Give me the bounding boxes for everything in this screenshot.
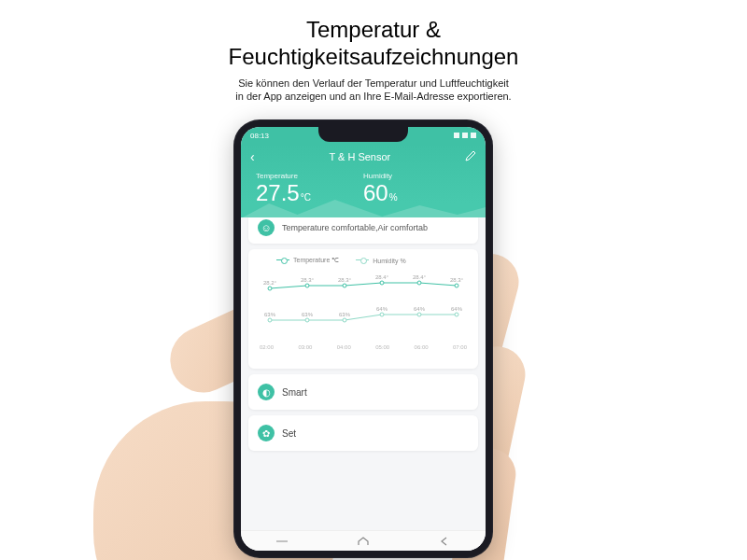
mountain-decoration (241, 198, 486, 218)
svg-text:64%: 64% (451, 306, 463, 312)
edit-button[interactable] (465, 150, 476, 164)
smart-icon: ◐ (258, 384, 275, 400)
set-row[interactable]: ✿ Set (248, 415, 478, 451)
svg-point-2 (305, 284, 309, 287)
chart-svg: 28.2°28.3°28.3°28.4°28.4°28.3°63%63%63%6… (258, 270, 469, 339)
svg-point-14 (305, 318, 309, 322)
chart-area: 28.2°28.3°28.3°28.4°28.4°28.3°63%63%63%6… (258, 270, 469, 363)
smart-row[interactable]: ◐ Smart (248, 374, 478, 410)
phone-frame: 08:13 ‹ T & H Sensor Temperature 27.5°C (233, 119, 493, 558)
gear-icon: ✿ (258, 425, 275, 441)
svg-text:28.4°: 28.4° (413, 274, 427, 280)
svg-point-12 (268, 318, 272, 322)
pencil-icon (465, 150, 476, 161)
svg-text:28.4°: 28.4° (375, 274, 389, 280)
svg-text:63%: 63% (264, 312, 276, 317)
marketing-subtitle: Sie können den Verlauf der Temperatur un… (0, 77, 747, 104)
temperature-label: Temperature (256, 172, 363, 180)
svg-point-4 (343, 284, 346, 287)
svg-point-6 (380, 281, 384, 285)
legend-temperature: Temperature ℃ (276, 257, 339, 264)
app-header-title: T & H Sensor (329, 151, 390, 162)
title-line-2: Feuchtigkeitsaufzeichnungen (229, 44, 519, 69)
back-button[interactable]: ‹ (250, 149, 255, 164)
wifi-icon (462, 133, 468, 138)
legend-humidity-label: Humidity % (373, 258, 405, 264)
svg-point-18 (380, 313, 384, 316)
svg-point-22 (455, 313, 458, 316)
title-line-1: Temperatur & (306, 17, 441, 42)
phone-screen: 08:13 ‹ T & H Sensor Temperature 27.5°C (241, 127, 486, 551)
signal-icon (454, 133, 459, 138)
comfort-status-text: Temperature comfortable,Air comfortab (282, 223, 428, 232)
status-time: 08:13 (250, 132, 269, 140)
nav-home-icon[interactable] (357, 537, 370, 546)
svg-point-16 (343, 318, 346, 322)
android-nav-bar (241, 530, 486, 551)
svg-text:28.3°: 28.3° (338, 277, 352, 283)
svg-text:28.3°: 28.3° (301, 277, 315, 283)
legend-humidity: Humidity % (356, 257, 405, 264)
nav-back-icon[interactable] (438, 537, 451, 546)
chart-legend: Temperature ℃ Humidity % (258, 257, 469, 264)
svg-text:63%: 63% (302, 312, 314, 317)
svg-point-0 (268, 287, 272, 290)
svg-text:64%: 64% (414, 306, 426, 312)
svg-text:64%: 64% (376, 306, 388, 312)
nav-recent-icon[interactable] (275, 537, 289, 546)
svg-text:28.3°: 28.3° (450, 277, 464, 283)
smiley-icon: ☺ (258, 219, 275, 236)
legend-temperature-label: Temperature ℃ (293, 257, 339, 264)
app-header: ‹ T & H Sensor Temperature 27.5°C Humidi… (241, 144, 486, 217)
chart-x-axis: 02:0003:0004:0005:0006:0007:00 (258, 344, 469, 350)
set-label: Set (282, 428, 296, 439)
svg-point-20 (417, 313, 421, 316)
svg-point-8 (417, 281, 421, 285)
smart-label: Smart (282, 387, 307, 398)
humidity-label: Humidity (363, 172, 471, 180)
marketing-header: Temperatur & Feuchtigkeitsaufzeichnungen… (0, 0, 747, 103)
phone-notch (318, 127, 408, 142)
chart-card: Temperature ℃ Humidity % 28.2°28.3°28.3°… (248, 249, 478, 369)
svg-point-10 (455, 284, 458, 287)
sub-line-1: Sie können den Verlauf der Temperatur un… (238, 77, 509, 89)
marketing-title: Temperatur & Feuchtigkeitsaufzeichnungen (0, 17, 747, 71)
sub-line-2: in der App anzeigen und an Ihre E-Mail-A… (235, 91, 511, 102)
svg-text:63%: 63% (339, 312, 351, 317)
svg-text:28.2°: 28.2° (263, 280, 277, 286)
battery-icon (471, 133, 476, 138)
status-icons (454, 133, 476, 138)
